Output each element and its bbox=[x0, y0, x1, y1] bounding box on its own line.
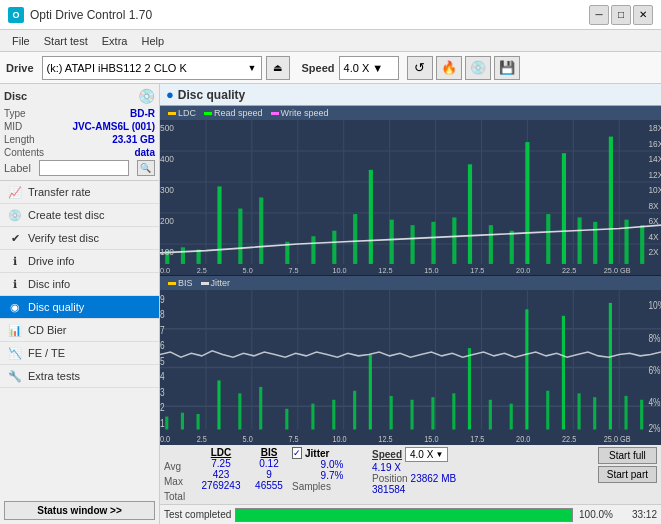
svg-rect-97 bbox=[510, 404, 513, 430]
status-window-button[interactable]: Status window >> bbox=[4, 501, 155, 520]
disc-length-row: Length 23.31 GB bbox=[4, 134, 155, 145]
svg-rect-96 bbox=[489, 400, 492, 430]
charts-area: LDC Read speed Write speed bbox=[160, 106, 661, 445]
svg-text:1: 1 bbox=[160, 417, 165, 429]
nav-verify-test-disc-label: Verify test disc bbox=[28, 232, 99, 244]
label-search-button[interactable]: 🔍 bbox=[137, 160, 155, 176]
right-panel: ● Disc quality LDC Read speed Write spee… bbox=[160, 84, 661, 524]
svg-rect-87 bbox=[311, 404, 314, 430]
nav-cd-bier[interactable]: 📊 CD Bier bbox=[0, 319, 159, 342]
drive-select[interactable]: (k:) ATAPI iHBS112 2 CLO K ▼ bbox=[42, 56, 262, 80]
action-buttons-col: Start full Start part bbox=[594, 447, 657, 483]
nav-verify-test-disc[interactable]: ✔ Verify test disc bbox=[0, 227, 159, 250]
nav-create-test-disc[interactable]: 💿 Create test disc bbox=[0, 204, 159, 227]
svg-text:12X: 12X bbox=[648, 169, 661, 179]
start-part-button[interactable]: Start part bbox=[598, 466, 657, 483]
menu-help[interactable]: Help bbox=[135, 33, 170, 49]
speed-select[interactable]: 4.0 X ▼ bbox=[339, 56, 399, 80]
start-full-button[interactable]: Start full bbox=[598, 447, 657, 464]
svg-rect-37 bbox=[593, 222, 597, 264]
label-input[interactable] bbox=[39, 160, 129, 176]
label-label: Label bbox=[4, 162, 31, 174]
title-bar-text: Opti Drive Control 1.70 bbox=[30, 8, 152, 22]
nav-disc-quality[interactable]: ◉ Disc quality bbox=[0, 296, 159, 319]
svg-rect-34 bbox=[546, 214, 550, 264]
speed-dropdown[interactable]: 4.0 X ▼ bbox=[405, 447, 448, 462]
svg-rect-103 bbox=[609, 303, 612, 430]
svg-text:10.0: 10.0 bbox=[332, 435, 347, 445]
write-label: Write speed bbox=[281, 108, 329, 118]
bis-header: BIS bbox=[246, 447, 292, 458]
svg-text:7: 7 bbox=[160, 324, 165, 336]
svg-text:500: 500 bbox=[160, 123, 174, 133]
nav-extra-tests[interactable]: 🔧 Extra tests bbox=[0, 365, 159, 388]
jitter-checkbox[interactable]: ✓ bbox=[292, 447, 302, 459]
transfer-rate-icon: 📈 bbox=[8, 185, 22, 199]
svg-text:18X: 18X bbox=[648, 123, 661, 133]
svg-rect-22 bbox=[311, 236, 315, 264]
samples-label: Samples bbox=[292, 481, 331, 492]
svg-rect-104 bbox=[624, 396, 627, 430]
svg-text:15.0: 15.0 bbox=[424, 435, 439, 445]
burn-button[interactable]: 🔥 bbox=[436, 56, 462, 80]
speed-dropdown-value: 4.0 X bbox=[410, 449, 433, 460]
svg-rect-28 bbox=[431, 222, 435, 264]
svg-rect-35 bbox=[562, 153, 566, 264]
drive-select-text: (k:) ATAPI iHBS112 2 CLO K bbox=[47, 62, 187, 74]
nav-fe-te[interactable]: 📉 FE / TE bbox=[0, 342, 159, 365]
stats-section: Avg Max Total LDC 7.25 423 2769243 BIS 0… bbox=[160, 445, 661, 504]
eject-button[interactable]: ⏏ bbox=[266, 56, 290, 80]
save-button[interactable]: 💾 bbox=[494, 56, 520, 80]
nav-transfer-rate[interactable]: 📈 Transfer rate bbox=[0, 181, 159, 204]
minimize-button[interactable]: ─ bbox=[589, 5, 609, 25]
samples-value: 381584 bbox=[372, 484, 405, 495]
menu-extra[interactable]: Extra bbox=[96, 33, 134, 49]
toolbar-buttons: ↺ 🔥 💿 💾 bbox=[407, 56, 520, 80]
svg-rect-98 bbox=[525, 309, 528, 429]
speed-col: Speed 4.0 X ▼ 4.19 X Position 23862 MB 3… bbox=[372, 447, 462, 495]
disc-button[interactable]: 💿 bbox=[465, 56, 491, 80]
svg-rect-39 bbox=[624, 220, 628, 264]
svg-text:15.0: 15.0 bbox=[424, 266, 438, 275]
svg-rect-24 bbox=[353, 214, 357, 264]
jitter-chart-label: Jitter bbox=[211, 278, 231, 288]
nav-create-test-disc-label: Create test disc bbox=[28, 209, 104, 221]
svg-rect-105 bbox=[640, 400, 643, 430]
create-test-disc-icon: 💿 bbox=[8, 208, 22, 222]
svg-text:400: 400 bbox=[160, 154, 174, 164]
svg-text:17.5: 17.5 bbox=[470, 435, 485, 445]
bis-total: 46555 bbox=[246, 480, 292, 491]
read-color bbox=[204, 112, 212, 115]
speed-dropdown-arrow: ▼ bbox=[435, 450, 443, 459]
refresh-button[interactable]: ↺ bbox=[407, 56, 433, 80]
bis-max: 9 bbox=[246, 469, 292, 480]
chart-title: Disc quality bbox=[178, 88, 245, 102]
svg-rect-100 bbox=[562, 316, 565, 430]
status-text: Test completed bbox=[164, 509, 231, 520]
top-chart-svg: 500 400 300 200 100 18X 16X 14X 12X 10X … bbox=[160, 120, 661, 275]
menu-file[interactable]: File bbox=[6, 33, 36, 49]
svg-rect-81 bbox=[181, 413, 184, 430]
svg-rect-86 bbox=[285, 409, 288, 430]
contents-value: data bbox=[134, 147, 155, 158]
maximize-button[interactable]: □ bbox=[611, 5, 631, 25]
speed-avg-val: 4.19 X bbox=[372, 462, 401, 473]
svg-text:4%: 4% bbox=[648, 396, 660, 408]
drive-bar: Drive (k:) ATAPI iHBS112 2 CLO K ▼ ⏏ Spe… bbox=[0, 52, 661, 84]
svg-text:22.5: 22.5 bbox=[562, 435, 577, 445]
nav-fe-te-label: FE / TE bbox=[28, 347, 65, 359]
contents-label: Contents bbox=[4, 147, 44, 158]
jitter-col: ✓ Jitter 9.0% 9.7% Samples bbox=[292, 447, 372, 492]
avg-label: Avg bbox=[164, 461, 196, 472]
menu-start-test[interactable]: Start test bbox=[38, 33, 94, 49]
bottom-chart: 9 8 7 6 5 4 3 2 1 10% 8% 6% 4% 2% 0.0 bbox=[160, 290, 661, 445]
nav-drive-info[interactable]: ℹ Drive info bbox=[0, 250, 159, 273]
svg-text:14X: 14X bbox=[648, 154, 661, 164]
nav-disc-info[interactable]: ℹ Disc info bbox=[0, 273, 159, 296]
close-button[interactable]: ✕ bbox=[633, 5, 653, 25]
ldc-max: 423 bbox=[196, 469, 246, 480]
bis-col: BIS 0.12 9 46555 bbox=[246, 447, 292, 491]
progress-bar-fill bbox=[236, 509, 572, 521]
speed-value: 4.0 X ▼ bbox=[344, 62, 384, 74]
progress-bar-container bbox=[235, 508, 573, 522]
